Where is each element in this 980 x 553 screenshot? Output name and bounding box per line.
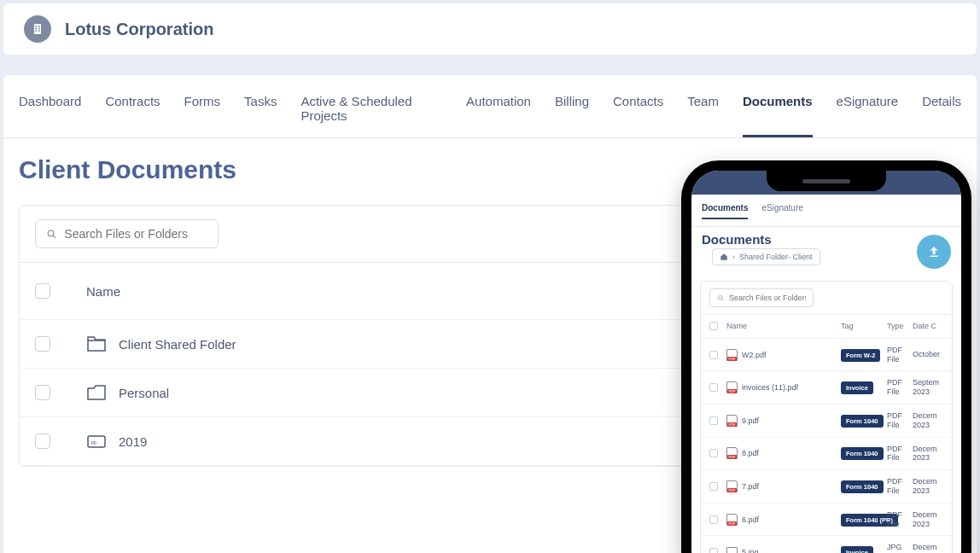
phone-file-row[interactable]: PDF7.pdfForm 1040PDF FileDecem 2023 [701,470,952,504]
phone-page-title: Documents [702,232,820,247]
tab-team[interactable]: Team [687,94,719,137]
phone-file-name: invoices (11).pdf [742,383,798,392]
phone-file-row[interactable]: PDFW2.pdfForm W-2PDF FileOctober [701,339,952,372]
phone-file-date: Decem 2023 [913,411,943,430]
svg-rect-11 [930,255,938,257]
search-box[interactable] [35,219,219,248]
folder-icon [86,384,107,401]
row-checkbox[interactable] [35,434,50,449]
phone-row-checkbox[interactable] [709,548,718,553]
phone-row-checkbox[interactable] [709,482,718,491]
tab-documents[interactable]: Documents [743,94,813,137]
svg-line-8 [53,236,55,238]
tab-details[interactable]: Details [922,94,961,137]
phone-file-row[interactable]: PDFinvoices (11).pdfInvoicePDF FileSepte… [701,371,952,405]
tab-automation[interactable]: Automation [466,94,531,137]
pdf-icon: PDF [726,447,738,459]
phone-file-type: PDF File [887,378,913,397]
phone-file-tag: Form 1040 [841,447,884,460]
phone-file-tag: Form W-2 [841,349,880,362]
tab-active-projects[interactable]: Active & Scheduled Projects [300,94,442,137]
svg-rect-2 [38,26,40,27]
pdf-icon: PDF [726,480,738,492]
phone-file-name: 7.pdf [742,482,759,491]
phone-row-checkbox[interactable] [709,515,718,524]
phone-breadcrumb[interactable]: › Shared Folder- Client [712,248,820,265]
folder-name: Personal [119,386,169,400]
breadcrumb-label: Shared Folder- Client [739,253,813,261]
phone-file-name: W2.pdf [742,351,767,359]
tab-dashboard[interactable]: Dashboard [19,94,81,137]
phone-screen: Documents eSignature Documents › Shared … [691,171,961,553]
phone-file-row[interactable]: 5.jpgInvoiceJPG FileDecem 2023 [701,536,952,553]
folder-name: 2019 [119,434,147,449]
phone-file-tag: Form 1040 [841,480,884,493]
row-checkbox[interactable] [35,385,50,400]
phone-file-type: PDF File [887,510,913,529]
folder-name: Client Shared Folder [119,337,236,352]
svg-rect-1 [35,26,37,27]
phone-files-container: Name Tag Type Date C PDFW2.pdfForm W-2PD… [700,281,953,553]
phone-row-checkbox[interactable] [709,351,718,359]
phone-col-date: Date C [913,322,943,331]
tab-forms[interactable]: Forms [184,94,221,137]
svg-line-13 [722,299,724,300]
phone-file-tag: Invoice [841,381,873,394]
phone-tab-documents[interactable]: Documents [702,203,748,219]
phone-tabs: Documents eSignature [691,195,961,227]
tab-esignature[interactable]: eSignature [837,94,899,137]
phone-file-date: Decem 2023 [913,510,943,529]
pdf-icon: PDF [726,349,738,361]
phone-title-row: Documents › Shared Folder- Client [691,227,961,274]
svg-rect-4 [38,28,40,30]
shared-folder-icon [86,335,107,352]
phone-tab-esignature[interactable]: eSignature [761,203,802,219]
search-icon [717,294,725,302]
phone-search-input[interactable] [729,294,806,302]
phone-search-row [701,282,952,315]
svg-rect-9 [88,436,105,447]
phone-search-box[interactable] [709,288,814,307]
phone-col-tag: Tag [841,322,887,330]
phone-col-type: Type [887,322,913,331]
tab-billing[interactable]: Billing [555,94,589,137]
phone-row-checkbox[interactable] [709,449,718,457]
svg-rect-0 [34,24,41,34]
phone-notch [767,171,886,191]
phone-file-row[interactable]: PDF8.pdfForm 1040PDF FileDecem 2023 [701,438,952,471]
header: Lotus Corporation [3,3,977,55]
pdf-icon: PDF [726,514,738,526]
home-icon [720,253,728,261]
phone-file-type: PDF File [887,477,913,496]
phone-file-row[interactable]: PDF9.pdfForm 1040PDF FileDecem 2023 [701,405,952,438]
tab-contracts[interactable]: Contracts [105,94,160,137]
tab-tasks[interactable]: Tasks [244,94,277,137]
phone-row-checkbox[interactable] [709,416,718,425]
svg-point-7 [48,230,54,236]
svg-point-12 [719,295,723,300]
checkbox-all[interactable] [35,283,50,299]
phone-file-row[interactable]: PDF6.pdfForm 1040 (PR)PDF FileDecem 2023 [701,504,952,537]
pdf-icon: PDF [726,415,738,427]
image-icon [726,547,738,553]
phone-file-name: 8.pdf [742,449,759,457]
phone-file-date: Septem 2023 [913,378,943,397]
phone-file-type: PDF File [887,445,913,463]
svg-rect-5 [35,30,37,32]
nav-tabs: Dashboard Contracts Forms Tasks Active &… [3,75,977,138]
row-checkbox[interactable] [35,336,50,352]
phone-file-date: Decem 2023 [913,445,943,463]
search-input[interactable] [64,227,207,241]
company-name: Lotus Corporation [65,20,213,39]
svg-rect-6 [38,30,40,32]
upload-button[interactable] [917,235,951,269]
phone-file-date: October [913,350,943,359]
phone-file-name: 6.pdf [742,515,759,524]
chevron-right: › [732,253,735,261]
upload-icon [926,244,942,259]
phone-checkbox-all[interactable] [709,322,718,330]
phone-row-checkbox[interactable] [709,383,718,392]
phone-file-name: 5.jpg [742,548,759,553]
tab-contacts[interactable]: Contacts [613,94,663,137]
phone-file-type: JPG File [887,543,913,553]
